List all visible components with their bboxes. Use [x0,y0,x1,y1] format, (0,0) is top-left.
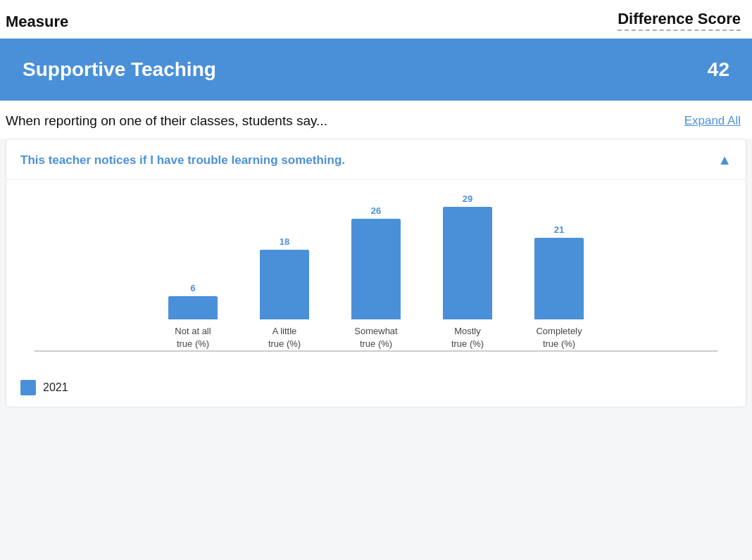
bar-label: Completelytrue (%) [536,325,582,350]
students-say-text: When reporting on one of their classes, … [6,113,327,129]
chart-area: 6Not at alltrue (%)18A littletrue (%)26S… [6,180,746,363]
question-card: This teacher notices if I have trouble l… [6,139,746,407]
bar-value: 29 [463,193,472,204]
bar-value: 26 [371,205,381,216]
measure-header: Measure [6,13,68,31]
bar-rect [351,219,401,319]
bar-chart: 6Not at alltrue (%)18A littletrue (%)26S… [35,197,717,352]
supportive-teaching-banner: Supportive Teaching 42 [0,39,752,101]
students-say-row: When reporting on one of their classes, … [0,101,752,139]
bar-group: 26Somewhattrue (%) [351,205,401,350]
banner-title: Supportive Teaching [23,58,216,81]
bar-group: 29Mostlytrue (%) [443,193,492,350]
bar-label: Mostlytrue (%) [451,325,484,350]
bar-label: A littletrue (%) [268,325,301,350]
collapse-chevron-icon[interactable]: ▲ [717,152,732,168]
bar-group: 21Completelytrue (%) [534,224,584,350]
difference-score-header: Difference Score [618,10,741,31]
bar-rect [168,296,218,319]
legend-year: 2021 [43,381,68,394]
card-header: This teacher notices if I have trouble l… [6,139,746,180]
bar-rect [534,238,584,319]
banner-score: 42 [708,58,729,81]
bar-value: 6 [190,283,195,293]
legend-swatch [20,380,36,395]
bar-rect [260,250,309,319]
bar-label: Somewhattrue (%) [354,325,397,350]
legend-area: 2021 [6,363,746,407]
page-wrapper: Measure Difference Score Supportive Teac… [0,0,752,560]
bar-rect [443,207,492,319]
header-row: Measure Difference Score [0,0,752,39]
bar-label: Not at alltrue (%) [175,325,211,350]
bar-value: 18 [280,236,289,247]
bar-value: 21 [554,224,564,235]
bar-group: 6Not at alltrue (%) [168,283,218,350]
card-title: This teacher notices if I have trouble l… [20,153,345,167]
bar-group: 18A littletrue (%) [260,236,309,350]
expand-all-button[interactable]: Expand All [684,114,741,128]
